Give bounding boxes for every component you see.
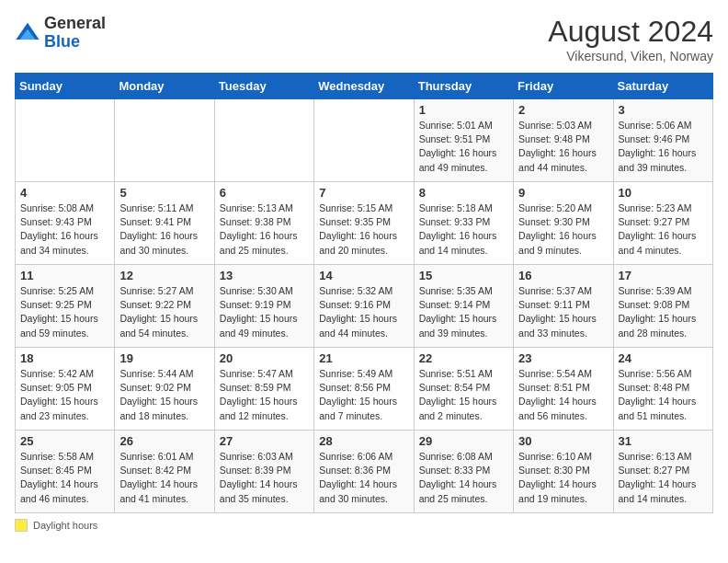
calendar-cell: 17Sunrise: 5:39 AM Sunset: 9:08 PM Dayli… <box>613 265 712 348</box>
calendar-cell: 14Sunrise: 5:32 AM Sunset: 9:16 PM Dayli… <box>314 265 414 348</box>
calendar-cell: 18Sunrise: 5:42 AM Sunset: 9:05 PM Dayli… <box>16 348 115 431</box>
cell-content: Sunrise: 6:01 AM Sunset: 8:42 PM Dayligh… <box>119 450 209 506</box>
calendar-cell: 31Sunrise: 6:13 AM Sunset: 8:27 PM Dayli… <box>613 431 712 513</box>
day-number: 20 <box>220 351 309 365</box>
calendar-cell: 20Sunrise: 5:47 AM Sunset: 8:59 PM Dayli… <box>214 348 313 431</box>
day-number: 9 <box>518 186 608 200</box>
calendar-cell <box>214 99 313 182</box>
logo-general-text: General <box>44 14 106 32</box>
week-row-3: 11Sunrise: 5:25 AM Sunset: 9:25 PM Dayli… <box>16 265 713 348</box>
day-header-wednesday: Wednesday <box>314 74 414 99</box>
cell-content: Sunrise: 5:08 AM Sunset: 9:43 PM Dayligh… <box>20 201 109 258</box>
logo: General Blue <box>15 15 106 52</box>
calendar-cell: 3Sunrise: 5:06 AM Sunset: 9:46 PM Daylig… <box>613 99 712 182</box>
calendar-cell: 1Sunrise: 5:01 AM Sunset: 9:51 PM Daylig… <box>414 99 513 182</box>
day-number: 3 <box>619 103 708 117</box>
header-row: SundayMondayTuesdayWednesdayThursdayFrid… <box>16 74 713 99</box>
calendar-cell <box>16 99 115 182</box>
daylight-color-box <box>15 519 28 532</box>
calendar-cell: 27Sunrise: 6:03 AM Sunset: 8:39 PM Dayli… <box>214 431 313 513</box>
day-number: 11 <box>20 269 109 282</box>
day-number: 1 <box>419 103 508 117</box>
title-area: August 2024 Vikersund, Viken, Norway <box>548 15 713 63</box>
week-row-1: 1Sunrise: 5:01 AM Sunset: 9:51 PM Daylig… <box>16 99 713 182</box>
day-number: 27 <box>220 434 309 448</box>
cell-content: Sunrise: 5:25 AM Sunset: 9:25 PM Dayligh… <box>20 284 109 340</box>
calendar-cell: 23Sunrise: 5:54 AM Sunset: 8:51 PM Dayli… <box>514 348 613 431</box>
cell-content: Sunrise: 5:20 AM Sunset: 9:30 PM Dayligh… <box>518 201 608 258</box>
cell-content: Sunrise: 5:15 AM Sunset: 9:35 PM Dayligh… <box>319 201 408 258</box>
cell-content: Sunrise: 5:03 AM Sunset: 9:48 PM Dayligh… <box>518 119 608 175</box>
day-number: 2 <box>518 103 608 117</box>
calendar-cell: 4Sunrise: 5:08 AM Sunset: 9:43 PM Daylig… <box>16 182 115 265</box>
calendar-cell: 11Sunrise: 5:25 AM Sunset: 9:25 PM Dayli… <box>16 265 115 348</box>
cell-content: Sunrise: 5:56 AM Sunset: 8:48 PM Dayligh… <box>619 367 708 423</box>
day-number: 18 <box>20 351 109 365</box>
cell-content: Sunrise: 5:42 AM Sunset: 9:05 PM Dayligh… <box>20 367 109 423</box>
day-header-thursday: Thursday <box>414 74 513 99</box>
day-number: 16 <box>518 269 608 282</box>
cell-content: Sunrise: 5:30 AM Sunset: 9:19 PM Dayligh… <box>220 284 309 340</box>
day-number: 30 <box>518 434 608 448</box>
cell-content: Sunrise: 5:13 AM Sunset: 9:38 PM Dayligh… <box>220 201 309 258</box>
day-number: 4 <box>20 186 109 200</box>
calendar-cell: 10Sunrise: 5:23 AM Sunset: 9:27 PM Dayli… <box>613 182 712 265</box>
calendar-cell: 25Sunrise: 5:58 AM Sunset: 8:45 PM Dayli… <box>16 431 115 513</box>
week-row-2: 4Sunrise: 5:08 AM Sunset: 9:43 PM Daylig… <box>16 182 713 265</box>
calendar-cell: 24Sunrise: 5:56 AM Sunset: 8:48 PM Dayli… <box>613 348 712 431</box>
day-number: 14 <box>319 269 408 282</box>
cell-content: Sunrise: 5:06 AM Sunset: 9:46 PM Dayligh… <box>619 119 708 175</box>
calendar-cell: 29Sunrise: 6:08 AM Sunset: 8:33 PM Dayli… <box>414 431 513 513</box>
day-number: 21 <box>319 351 408 365</box>
day-number: 23 <box>518 351 608 365</box>
calendar-cell: 19Sunrise: 5:44 AM Sunset: 9:02 PM Dayli… <box>115 348 214 431</box>
day-header-sunday: Sunday <box>16 74 115 99</box>
day-number: 31 <box>619 434 708 448</box>
calendar-cell: 12Sunrise: 5:27 AM Sunset: 9:22 PM Dayli… <box>115 265 214 348</box>
calendar-cell: 6Sunrise: 5:13 AM Sunset: 9:38 PM Daylig… <box>214 182 313 265</box>
logo-icon <box>15 20 40 46</box>
daylight-label: Daylight hours <box>33 520 97 531</box>
calendar-table: SundayMondayTuesdayWednesdayThursdayFrid… <box>15 73 713 513</box>
day-number: 10 <box>619 186 708 200</box>
day-number: 17 <box>619 269 708 282</box>
day-number: 29 <box>419 434 508 448</box>
calendar-cell <box>314 99 414 182</box>
calendar-cell: 28Sunrise: 6:06 AM Sunset: 8:36 PM Dayli… <box>314 431 414 513</box>
cell-content: Sunrise: 5:18 AM Sunset: 9:33 PM Dayligh… <box>419 201 508 258</box>
header: General Blue August 2024 Vikersund, Vike… <box>15 15 713 63</box>
cell-content: Sunrise: 5:35 AM Sunset: 9:14 PM Dayligh… <box>419 284 508 340</box>
location: Vikersund, Viken, Norway <box>548 49 713 63</box>
day-number: 28 <box>319 434 408 448</box>
cell-content: Sunrise: 6:13 AM Sunset: 8:27 PM Dayligh… <box>619 450 708 506</box>
day-number: 5 <box>119 186 209 200</box>
calendar-cell: 8Sunrise: 5:18 AM Sunset: 9:33 PM Daylig… <box>414 182 513 265</box>
cell-content: Sunrise: 5:58 AM Sunset: 8:45 PM Dayligh… <box>20 450 109 506</box>
week-row-5: 25Sunrise: 5:58 AM Sunset: 8:45 PM Dayli… <box>16 431 713 513</box>
day-header-monday: Monday <box>115 74 214 99</box>
day-number: 15 <box>419 269 508 282</box>
day-header-saturday: Saturday <box>613 74 712 99</box>
day-number: 22 <box>419 351 508 365</box>
calendar-cell <box>115 99 214 182</box>
month-year: August 2024 <box>548 15 713 49</box>
day-number: 26 <box>119 434 209 448</box>
day-number: 6 <box>220 186 309 200</box>
cell-content: Sunrise: 5:27 AM Sunset: 9:22 PM Dayligh… <box>119 284 209 340</box>
cell-content: Sunrise: 5:23 AM Sunset: 9:27 PM Dayligh… <box>619 201 708 258</box>
calendar-cell: 30Sunrise: 6:10 AM Sunset: 8:30 PM Dayli… <box>514 431 613 513</box>
cell-content: Sunrise: 6:06 AM Sunset: 8:36 PM Dayligh… <box>319 450 408 506</box>
calendar-cell: 9Sunrise: 5:20 AM Sunset: 9:30 PM Daylig… <box>514 182 613 265</box>
day-number: 8 <box>419 186 508 200</box>
cell-content: Sunrise: 6:03 AM Sunset: 8:39 PM Dayligh… <box>220 450 309 506</box>
cell-content: Sunrise: 5:54 AM Sunset: 8:51 PM Dayligh… <box>518 367 608 423</box>
logo-blue-text: Blue <box>44 32 80 51</box>
day-number: 12 <box>119 269 209 282</box>
cell-content: Sunrise: 5:11 AM Sunset: 9:41 PM Dayligh… <box>119 201 209 258</box>
cell-content: Sunrise: 5:39 AM Sunset: 9:08 PM Dayligh… <box>619 284 708 340</box>
cell-content: Sunrise: 5:37 AM Sunset: 9:11 PM Dayligh… <box>518 284 608 340</box>
calendar-cell: 21Sunrise: 5:49 AM Sunset: 8:56 PM Dayli… <box>314 348 414 431</box>
calendar-cell: 13Sunrise: 5:30 AM Sunset: 9:19 PM Dayli… <box>214 265 313 348</box>
calendar-cell: 5Sunrise: 5:11 AM Sunset: 9:41 PM Daylig… <box>115 182 214 265</box>
footer: Daylight hours <box>15 519 713 532</box>
